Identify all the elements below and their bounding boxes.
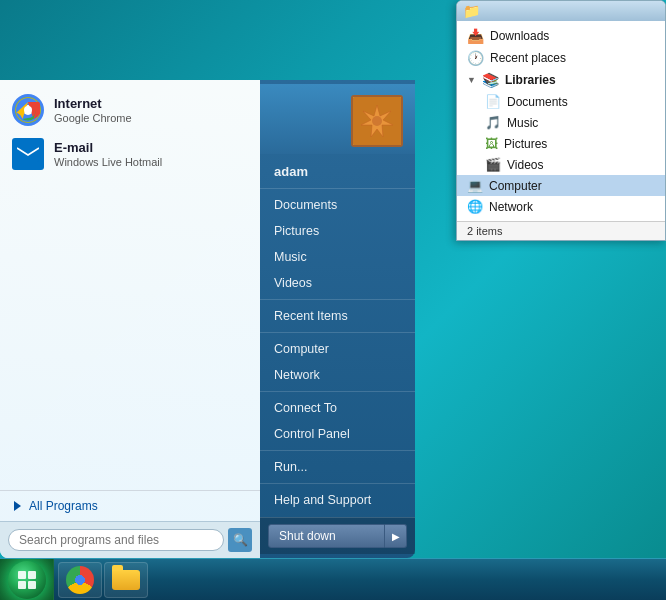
shutdown-button[interactable]: Shut down — [268, 524, 385, 548]
all-programs-label: All Programs — [29, 499, 98, 513]
chrome-subtitle: Google Chrome — [54, 112, 132, 124]
taskbar-items — [54, 559, 152, 600]
explorer-downloads[interactable]: 📥 Downloads — [457, 25, 665, 47]
explorer-pictures[interactable]: 🖼 Pictures — [457, 133, 665, 154]
email-subtitle: Windows Live Hotmail — [54, 156, 162, 168]
pinned-email[interactable]: E-mail Windows Live Hotmail — [0, 132, 260, 176]
nav-videos[interactable]: Videos — [260, 270, 415, 296]
libraries-section: ▼ 📚 Libraries — [457, 69, 665, 91]
downloads-icon: 📥 — [467, 28, 484, 44]
divider-1 — [260, 188, 415, 189]
libraries-icon: 📚 — [482, 72, 499, 88]
explorer-status: 2 items — [457, 221, 665, 240]
start-menu: Internet Google Chrome E-mail Windows — [0, 80, 415, 558]
shutdown-arrow-button[interactable]: ▶ — [385, 524, 407, 548]
nav-recent-items-label: Recent Items — [274, 309, 348, 323]
taskbar-chrome[interactable] — [58, 562, 102, 598]
windows-logo-icon — [17, 570, 37, 590]
taskbar-explorer[interactable] — [104, 562, 148, 598]
downloads-label: Downloads — [490, 29, 549, 43]
pictures-icon: 🖼 — [485, 136, 498, 151]
svg-point-5 — [372, 116, 382, 126]
network-label: Network — [489, 200, 533, 214]
pinned-apps: Internet Google Chrome E-mail Windows — [0, 80, 260, 491]
start-menu-left-panel: Internet Google Chrome E-mail Windows — [0, 80, 260, 558]
recent-places-icon: 🕐 — [467, 50, 484, 66]
nav-connect[interactable]: Connect To — [260, 395, 415, 421]
divider-6 — [260, 483, 415, 484]
explorer-computer[interactable]: 💻 Computer — [457, 175, 665, 196]
start-orb — [8, 561, 46, 599]
computer-icon: 💻 — [467, 178, 483, 193]
search-button[interactable]: 🔍 — [228, 528, 252, 552]
all-programs-arrow-icon — [14, 501, 21, 511]
computer-label: Computer — [489, 179, 542, 193]
svg-rect-9 — [28, 581, 36, 589]
svg-rect-3 — [17, 146, 39, 162]
search-input[interactable] — [8, 529, 224, 551]
shutdown-label: Shut down — [279, 529, 336, 543]
explorer-documents[interactable]: 📄 Documents — [457, 91, 665, 112]
chrome-app-icon — [12, 94, 44, 126]
pinned-chrome[interactable]: Internet Google Chrome — [0, 88, 260, 132]
start-button[interactable] — [0, 559, 54, 601]
music-label: Music — [507, 116, 538, 130]
libraries-label: Libraries — [505, 73, 556, 87]
nav-control-panel[interactable]: Control Panel — [260, 421, 415, 447]
shutdown-arrow-icon: ▶ — [392, 531, 400, 542]
videos-label: Videos — [507, 158, 543, 172]
nav-documents[interactable]: Documents — [260, 192, 415, 218]
nav-computer-label: Computer — [274, 342, 329, 356]
taskbar — [0, 558, 666, 600]
shutdown-bar: Shut down ▶ — [260, 517, 415, 554]
network-icon: 🌐 — [467, 199, 483, 214]
taskbar-folder-icon — [112, 570, 140, 590]
explorer-content: 📥 Downloads 🕐 Recent places ▼ 📚 Librarie… — [457, 21, 665, 221]
divider-3 — [260, 332, 415, 333]
documents-icon: 📄 — [485, 94, 501, 109]
nav-items: adam Documents Pictures Music Videos Rec… — [260, 154, 415, 517]
svg-rect-8 — [18, 581, 26, 589]
explorer-recent-places[interactable]: 🕐 Recent places — [457, 47, 665, 69]
chrome-text: Internet Google Chrome — [54, 96, 132, 124]
explorer-music[interactable]: 🎵 Music — [457, 112, 665, 133]
pictures-label: Pictures — [504, 137, 547, 151]
nav-music[interactable]: Music — [260, 244, 415, 270]
explorer-window: 📁 📥 Downloads 🕐 Recent places ▼ 📚 Librar… — [456, 0, 666, 241]
recent-places-label: Recent places — [490, 51, 566, 65]
videos-icon: 🎬 — [485, 157, 501, 172]
desktop: 📁 📥 Downloads 🕐 Recent places ▼ 📚 Librar… — [0, 0, 666, 600]
explorer-network[interactable]: 🌐 Network — [457, 196, 665, 217]
nav-recent-items[interactable]: Recent Items — [260, 303, 415, 329]
user-section — [260, 84, 415, 154]
taskbar-chrome-icon — [66, 566, 94, 594]
nav-user[interactable]: adam — [260, 158, 415, 185]
nav-documents-label: Documents — [274, 198, 337, 212]
divider-5 — [260, 450, 415, 451]
nav-music-label: Music — [274, 250, 307, 264]
nav-help-label: Help and Support — [274, 493, 371, 507]
user-avatar — [351, 95, 403, 147]
explorer-videos[interactable]: 🎬 Videos — [457, 154, 665, 175]
nav-run[interactable]: Run... — [260, 454, 415, 480]
explorer-header: 📁 — [457, 1, 665, 21]
email-title: E-mail — [54, 140, 162, 156]
nav-run-label: Run... — [274, 460, 307, 474]
nav-help[interactable]: Help and Support — [260, 487, 415, 513]
svg-rect-7 — [28, 571, 36, 579]
nav-network-label: Network — [274, 368, 320, 382]
email-app-icon — [12, 138, 44, 170]
divider-2 — [260, 299, 415, 300]
start-menu-right-panel: adam Documents Pictures Music Videos Rec… — [260, 80, 415, 558]
starfish-image — [353, 97, 401, 145]
search-bar: 🔍 — [0, 521, 260, 558]
nav-computer[interactable]: Computer — [260, 336, 415, 362]
status-text: 2 items — [467, 225, 502, 237]
folder-header-icon: 📁 — [463, 3, 480, 19]
nav-connect-label: Connect To — [274, 401, 337, 415]
all-programs-button[interactable]: All Programs — [0, 491, 260, 521]
nav-pictures[interactable]: Pictures — [260, 218, 415, 244]
nav-network[interactable]: Network — [260, 362, 415, 388]
music-icon: 🎵 — [485, 115, 501, 130]
nav-pictures-label: Pictures — [274, 224, 319, 238]
